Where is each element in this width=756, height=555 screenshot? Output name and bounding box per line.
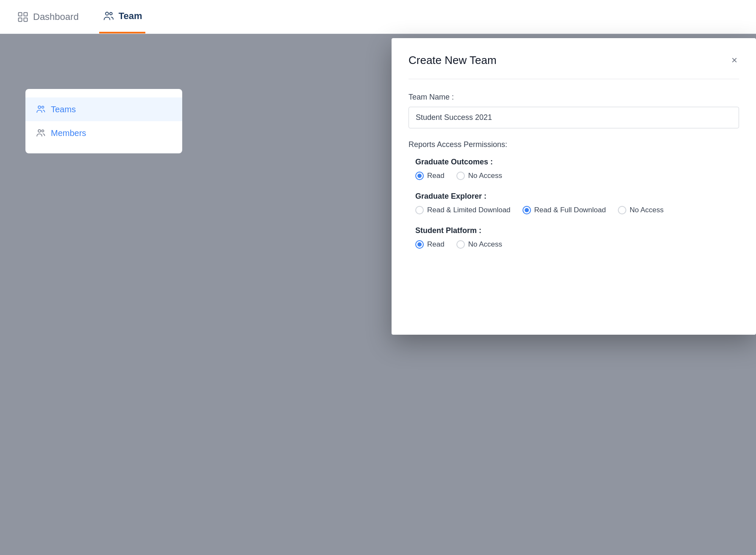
student-platform-title: Student Platform : bbox=[415, 226, 739, 235]
top-nav: Dashboard Team bbox=[0, 0, 756, 34]
svg-rect-3 bbox=[24, 18, 27, 21]
go-noaccess-radio[interactable] bbox=[456, 172, 465, 180]
ge-limited-option[interactable]: Read & Limited Download bbox=[415, 206, 511, 214]
sp-read-option[interactable]: Read bbox=[415, 240, 445, 249]
graduate-outcomes-title: Graduate Outcomes : bbox=[415, 158, 739, 166]
modal-header: Create New Team × bbox=[409, 53, 739, 67]
graduate-explorer-section: Graduate Explorer : Read & Limited Downl… bbox=[409, 192, 739, 214]
student-platform-section: Student Platform : Read No Access bbox=[409, 226, 739, 249]
ge-full-radio[interactable] bbox=[523, 206, 531, 214]
modal-overlay: Create New Team × Team Name : Reports Ac… bbox=[0, 34, 756, 555]
team-name-label: Team Name : bbox=[409, 93, 739, 102]
svg-rect-2 bbox=[19, 18, 22, 21]
close-button[interactable]: × bbox=[730, 53, 739, 67]
modal-divider bbox=[409, 79, 739, 79]
graduate-explorer-options: Read & Limited Download Read & Full Down… bbox=[415, 206, 739, 214]
svg-point-5 bbox=[110, 12, 112, 15]
nav-team[interactable]: Team bbox=[99, 0, 146, 33]
ge-noaccess-radio[interactable] bbox=[618, 206, 626, 214]
svg-rect-0 bbox=[19, 12, 22, 16]
ge-full-label: Read & Full Download bbox=[534, 206, 606, 214]
ge-noaccess-label: No Access bbox=[630, 206, 664, 214]
go-noaccess-option[interactable]: No Access bbox=[456, 172, 502, 180]
sp-read-radio[interactable] bbox=[415, 240, 424, 249]
sp-noaccess-label: No Access bbox=[468, 240, 502, 249]
nav-dashboard[interactable]: Dashboard bbox=[14, 0, 82, 33]
team-name-input[interactable] bbox=[409, 107, 739, 128]
dashboard-icon bbox=[17, 11, 29, 23]
permissions-label: Reports Access Permissions: bbox=[409, 140, 739, 149]
team-icon bbox=[103, 10, 114, 22]
modal-title: Create New Team bbox=[409, 54, 497, 67]
sp-noaccess-radio[interactable] bbox=[456, 240, 465, 249]
ge-limited-radio[interactable] bbox=[415, 206, 424, 214]
dashboard-label: Dashboard bbox=[33, 11, 79, 22]
svg-rect-1 bbox=[24, 12, 27, 16]
team-label: Team bbox=[119, 11, 142, 22]
go-read-radio[interactable] bbox=[415, 172, 424, 180]
graduate-explorer-title: Graduate Explorer : bbox=[415, 192, 739, 201]
ge-limited-label: Read & Limited Download bbox=[427, 206, 511, 214]
ge-full-option[interactable]: Read & Full Download bbox=[523, 206, 606, 214]
create-team-modal: Create New Team × Team Name : Reports Ac… bbox=[392, 38, 756, 335]
go-noaccess-label: No Access bbox=[468, 172, 502, 180]
go-read-label: Read bbox=[427, 172, 445, 180]
graduate-outcomes-options: Read No Access bbox=[415, 172, 739, 180]
ge-noaccess-option[interactable]: No Access bbox=[618, 206, 664, 214]
graduate-outcomes-section: Graduate Outcomes : Read No Access bbox=[409, 158, 739, 180]
svg-point-4 bbox=[106, 12, 108, 15]
sp-read-label: Read bbox=[427, 240, 445, 249]
sp-noaccess-option[interactable]: No Access bbox=[456, 240, 502, 249]
student-platform-options: Read No Access bbox=[415, 240, 739, 249]
go-read-option[interactable]: Read bbox=[415, 172, 445, 180]
